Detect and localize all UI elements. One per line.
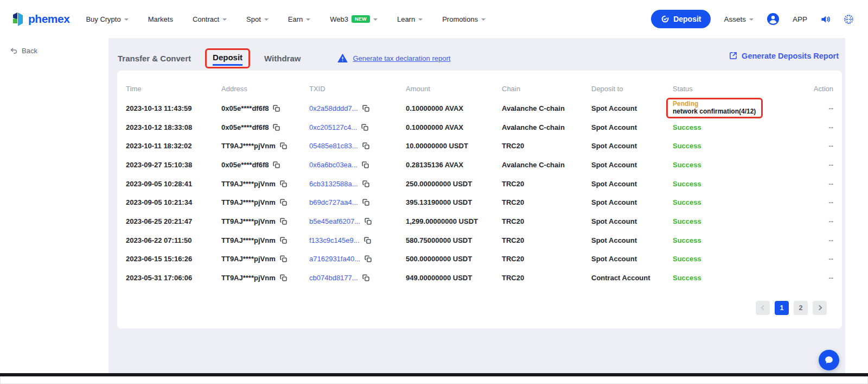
copy-icon[interactable] bbox=[362, 199, 369, 206]
cell-status: Success bbox=[673, 217, 781, 225]
nav-item-label: Earn bbox=[288, 15, 303, 23]
copy-icon[interactable] bbox=[362, 274, 369, 281]
nav-item-promotions[interactable]: Promotions bbox=[442, 15, 486, 23]
txid-link[interactable]: 0x2a58dddd7... bbox=[309, 104, 358, 112]
copy-icon[interactable] bbox=[280, 180, 287, 187]
action-placeholder: -- bbox=[828, 236, 833, 244]
nav-item-learn[interactable]: Learn bbox=[397, 15, 423, 23]
generate-deposits-report[interactable]: Generate Deposits Report bbox=[729, 51, 839, 60]
pagination-prev-button[interactable] bbox=[756, 301, 770, 315]
copy-icon[interactable] bbox=[365, 255, 372, 262]
support-chat-button[interactable] bbox=[819, 350, 839, 370]
tab-withdraw[interactable]: Withdraw bbox=[264, 54, 301, 63]
cell-time: 2023-09-05 10:28:41 bbox=[126, 180, 221, 188]
chevron-down-icon bbox=[306, 18, 310, 21]
cell-chain: Avalanche C-chain bbox=[502, 161, 591, 169]
deposit-to-value: Spot Account bbox=[591, 104, 637, 112]
cell-txid: a7162931fa40... bbox=[309, 255, 406, 263]
table-body: 2023-10-13 11:43:590x05e****df6f80x2a58d… bbox=[126, 99, 833, 287]
chain-value: TRC20 bbox=[502, 198, 524, 206]
generate-tax-report-link[interactable]: Generate tax declaration report bbox=[353, 54, 450, 62]
copy-icon[interactable] bbox=[273, 105, 280, 112]
status-success-label: Success bbox=[673, 255, 701, 263]
cell-status: Pendingnetwork confirmation(4/12) bbox=[673, 98, 781, 118]
back-undo-arrow-icon bbox=[10, 47, 18, 55]
nav-item-earn[interactable]: Earn bbox=[288, 15, 310, 23]
cell-status: Success bbox=[673, 255, 781, 263]
pagination-next-button[interactable] bbox=[813, 301, 827, 315]
copy-icon[interactable] bbox=[362, 161, 369, 168]
table-row: 2023-10-13 11:43:590x05e****df6f80x2a58d… bbox=[126, 99, 833, 118]
txid-link[interactable]: 0xc205127c4... bbox=[309, 123, 357, 131]
copy-icon[interactable] bbox=[273, 161, 280, 168]
export-report-icon bbox=[729, 51, 738, 60]
deposit-button[interactable]: Deposit bbox=[651, 10, 711, 28]
copy-icon[interactable] bbox=[364, 237, 371, 244]
cell-time: 2023-06-15 15:16:26 bbox=[126, 255, 221, 263]
app-link[interactable]: APP bbox=[793, 15, 807, 23]
column-header-chain: Chain bbox=[502, 85, 591, 93]
copy-icon[interactable] bbox=[280, 274, 287, 281]
user-avatar[interactable] bbox=[767, 12, 780, 26]
copy-icon[interactable] bbox=[280, 142, 287, 149]
copy-icon[interactable] bbox=[362, 105, 369, 112]
assets-menu[interactable]: Assets bbox=[724, 15, 754, 23]
cell-action: -- bbox=[781, 255, 833, 263]
nav-item-web3[interactable]: Web3NEW bbox=[330, 15, 378, 23]
address-value: 0x05e****df6f8 bbox=[221, 161, 269, 169]
chain-value: Avalanche C-chain bbox=[502, 104, 565, 112]
cell-action: -- bbox=[781, 123, 833, 131]
cell-status: Success bbox=[673, 236, 781, 244]
copy-icon[interactable] bbox=[280, 255, 287, 262]
cell-address: 0x05e****df6f8 bbox=[221, 123, 309, 131]
back-button[interactable]: Back bbox=[10, 47, 108, 55]
txid-link[interactable]: 0x6a6bc03ea... bbox=[309, 161, 358, 169]
copy-icon[interactable] bbox=[280, 218, 287, 225]
copy-icon[interactable] bbox=[362, 142, 369, 149]
nav-item-contract[interactable]: Contract bbox=[193, 15, 227, 23]
pagination-page-2[interactable]: 2 bbox=[794, 301, 808, 315]
chevron-down-icon bbox=[373, 18, 378, 21]
copy-icon[interactable] bbox=[273, 124, 280, 131]
status-pending-label: Pending bbox=[673, 100, 756, 108]
cell-amount: 395.13190000 USDT bbox=[406, 198, 502, 206]
tab-transfer-convert[interactable]: Transfer & Convert bbox=[118, 54, 191, 63]
table-row: 2023-09-05 10:21:34TT9AJ****pjVnmb69dc72… bbox=[126, 193, 833, 212]
copy-icon[interactable] bbox=[365, 218, 372, 225]
txid-link[interactable]: cb074bd8177... bbox=[309, 274, 358, 282]
cell-action: -- bbox=[781, 236, 833, 244]
copy-icon[interactable] bbox=[280, 237, 287, 244]
phemex-logo-text: phemex bbox=[28, 12, 69, 26]
txid-link[interactable]: 05485e81c83... bbox=[309, 142, 358, 150]
phemex-logo[interactable]: phemex bbox=[12, 11, 69, 27]
nav-item-buy-crypto[interactable]: Buy Crypto bbox=[86, 15, 128, 23]
txid-link[interactable]: f133c9c145e9... bbox=[309, 236, 360, 244]
txid-link[interactable]: b5e45eaf6207... bbox=[309, 217, 360, 225]
table-row: 2023-10-11 18:32:02TT9AJ****pjVnm05485e8… bbox=[126, 136, 833, 155]
cell-address: TT9AJ****pjVnm bbox=[221, 236, 309, 244]
cell-time: 2023-06-25 20:21:47 bbox=[126, 217, 221, 225]
time-value: 2023-10-12 18:33:08 bbox=[126, 123, 192, 131]
copy-icon[interactable] bbox=[362, 180, 369, 187]
copy-icon[interactable] bbox=[361, 124, 368, 131]
pagination-page-1[interactable]: 1 bbox=[775, 301, 789, 315]
tax-report-link-wrap[interactable]: Generate tax declaration report bbox=[337, 54, 450, 63]
txid-link[interactable]: 6cb3132588a... bbox=[309, 180, 358, 188]
window-bottom-edge bbox=[0, 373, 868, 376]
announcements-speaker-icon[interactable] bbox=[820, 14, 831, 24]
action-placeholder: -- bbox=[828, 161, 833, 169]
tab-deposit[interactable]: Deposit bbox=[213, 53, 242, 66]
nav-item-markets[interactable]: Markets bbox=[148, 15, 173, 23]
cell-amount: 580.75000000 USDT bbox=[406, 236, 502, 244]
nav-item-spot[interactable]: Spot bbox=[246, 15, 269, 23]
cell-address: TT9AJ****pjVnm bbox=[221, 142, 309, 150]
copy-icon[interactable] bbox=[280, 199, 287, 206]
chevron-down-icon bbox=[124, 18, 129, 21]
txid-link[interactable]: a7162931fa40... bbox=[309, 255, 360, 263]
txid-link[interactable]: b69dc727aa4... bbox=[309, 198, 358, 206]
status-success-label: Success bbox=[673, 198, 701, 206]
speaker-icon bbox=[820, 14, 831, 24]
action-placeholder: -- bbox=[828, 255, 833, 263]
language-globe-icon[interactable] bbox=[844, 14, 854, 24]
chain-value: TRC20 bbox=[502, 236, 524, 244]
